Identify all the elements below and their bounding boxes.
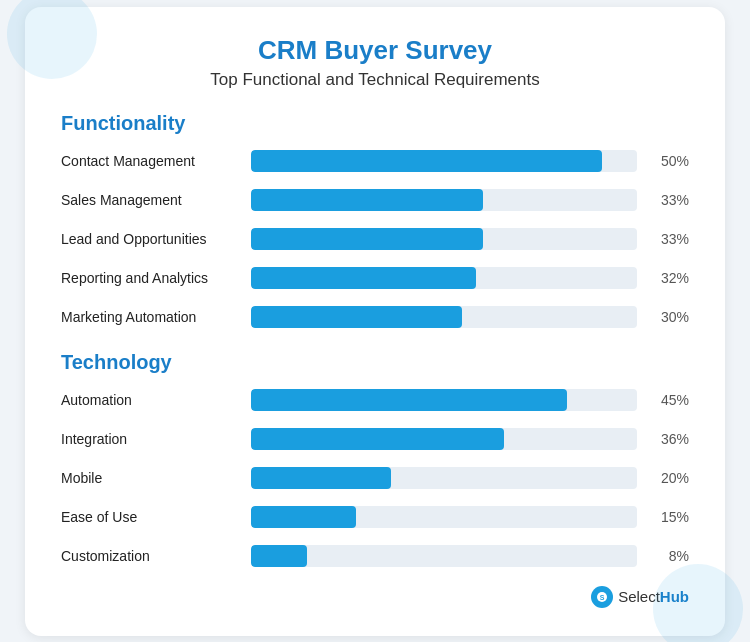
bar-label: Contact Management (61, 153, 251, 169)
bar-pct: 36% (649, 431, 689, 447)
bar-fill (251, 150, 602, 172)
bar-track (251, 506, 637, 528)
bar-pct: 20% (649, 470, 689, 486)
bar-row: Mobile20% (61, 462, 689, 494)
bar-fill (251, 189, 483, 211)
bar-row: Contact Management50% (61, 145, 689, 177)
bar-label: Reporting and Analytics (61, 270, 251, 286)
bar-track (251, 545, 637, 567)
bar-track (251, 267, 637, 289)
bar-pct: 32% (649, 270, 689, 286)
bar-track (251, 467, 637, 489)
bar-row: Automation45% (61, 384, 689, 416)
section-label-functionality: Functionality (61, 112, 689, 135)
bar-row: Marketing Automation30% (61, 301, 689, 333)
bar-fill (251, 389, 567, 411)
logo-area: S SelectHub (61, 586, 689, 608)
bar-track (251, 428, 637, 450)
bar-track (251, 150, 637, 172)
bar-label: Automation (61, 392, 251, 408)
bar-track (251, 228, 637, 250)
bar-label: Mobile (61, 470, 251, 486)
bar-track (251, 189, 637, 211)
bar-row: Sales Management33% (61, 184, 689, 216)
section-functionality: FunctionalityContact Management50%Sales … (61, 112, 689, 333)
card: CRM Buyer Survey Top Functional and Tech… (25, 7, 725, 636)
bar-track (251, 306, 637, 328)
bar-pct: 50% (649, 153, 689, 169)
bar-row: Customization8% (61, 540, 689, 572)
bar-pct: 15% (649, 509, 689, 525)
bar-fill (251, 506, 356, 528)
logo-dot: S (591, 586, 613, 608)
logo-icon: S (596, 591, 608, 603)
bar-row: Reporting and Analytics32% (61, 262, 689, 294)
logo-hub: Hub (660, 588, 689, 605)
logo-text: SelectHub (618, 588, 689, 605)
bar-label: Integration (61, 431, 251, 447)
main-title: CRM Buyer Survey (61, 35, 689, 66)
bar-pct: 30% (649, 309, 689, 325)
svg-text:S: S (600, 594, 605, 601)
bar-fill (251, 467, 391, 489)
bar-pct: 45% (649, 392, 689, 408)
chart-container: FunctionalityContact Management50%Sales … (61, 112, 689, 572)
bar-fill (251, 545, 307, 567)
bar-label: Lead and Opportunities (61, 231, 251, 247)
bar-pct: 33% (649, 192, 689, 208)
logo-select: Select (618, 588, 660, 605)
bar-label: Ease of Use (61, 509, 251, 525)
bar-fill (251, 428, 504, 450)
bar-label: Sales Management (61, 192, 251, 208)
bar-fill (251, 228, 483, 250)
section-technology: TechnologyAutomation45%Integration36%Mob… (61, 351, 689, 572)
bar-row: Integration36% (61, 423, 689, 455)
bar-fill (251, 267, 476, 289)
bar-pct: 33% (649, 231, 689, 247)
bar-row: Ease of Use15% (61, 501, 689, 533)
bar-pct: 8% (649, 548, 689, 564)
sub-title: Top Functional and Technical Requirement… (61, 70, 689, 90)
bar-label: Customization (61, 548, 251, 564)
bar-track (251, 389, 637, 411)
section-label-technology: Technology (61, 351, 689, 374)
bar-row: Lead and Opportunities33% (61, 223, 689, 255)
bar-fill (251, 306, 462, 328)
bar-label: Marketing Automation (61, 309, 251, 325)
